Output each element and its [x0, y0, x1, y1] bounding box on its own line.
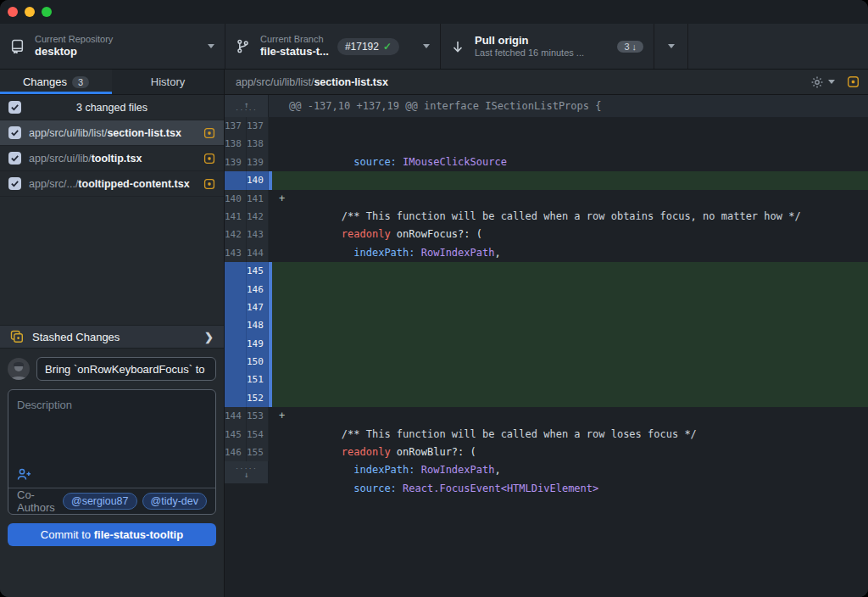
pull-origin-button[interactable]: Pull origin Last fetched 16 minutes ... …	[441, 24, 654, 69]
old-line-number	[225, 353, 247, 371]
arrow-down-icon	[451, 40, 465, 53]
close-window-button[interactable]	[8, 7, 18, 17]
new-line-number: 151	[247, 371, 269, 388]
zoom-window-button[interactable]	[42, 7, 52, 17]
changed-files-header[interactable]: 3 changed files	[0, 95, 224, 120]
code-line: + e: React.KeyboardEvent<any>	[272, 335, 868, 353]
diff-line[interactable]: 147 + readonly onRowKeyboardFocus?: (	[225, 298, 868, 316]
current-repository-button[interactable]: Current Repository desktop	[0, 24, 225, 69]
old-line-number	[225, 281, 247, 298]
code-line: readonly onRowFocus?: (	[272, 190, 868, 208]
old-line-number: 146	[225, 444, 247, 461]
diff-line[interactable]: 141 142 indexPath: RowIndexPath,	[225, 208, 868, 226]
diff-line[interactable]: 146 155 source: React.FocusEvent<HTMLDiv…	[225, 444, 868, 461]
commit-button[interactable]: Commit to file-status-tooltip	[8, 523, 216, 546]
old-line-number: 138	[225, 135, 247, 153]
new-line-number: 153	[247, 407, 269, 425]
branch-label: Current Branch	[260, 34, 329, 46]
commit-summary-input[interactable]	[36, 357, 216, 381]
file-row[interactable]: app/src/ui/lib/tooltip.tsx	[0, 146, 224, 171]
new-line-number: 145	[247, 262, 269, 280]
arrow-down-icon: ↓	[632, 42, 637, 52]
sidebar: Changes 3 History 3 changed files app/sr…	[0, 70, 225, 597]
file-path: app/src/ui/lib/list/section-list.tsx	[29, 127, 197, 139]
pull-subtitle: Last fetched 16 minutes ...	[475, 47, 584, 59]
file-row[interactable]: app/src/.../tooltipped-content.tsx	[0, 171, 224, 197]
tab-history[interactable]: History	[112, 70, 224, 94]
current-branch-button[interactable]: Current Branch file-status-t... #17192 ✓	[225, 24, 441, 69]
code-line: source: IMouseClickSource	[272, 117, 868, 135]
coauthors-label: Co-Authors	[17, 488, 56, 514]
expand-hunk-down-button[interactable]: ····· ↓	[225, 461, 269, 483]
old-line-number	[225, 316, 247, 334]
chevron-down-icon	[828, 80, 835, 84]
diff-line[interactable]: 151 +	[225, 371, 868, 388]
changed-files-list: 3 changed files app/src/ui/lib/list/sect…	[0, 95, 224, 325]
old-line-number	[225, 335, 247, 353]
minimize-window-button[interactable]	[25, 7, 35, 17]
toolbar-spacer	[688, 24, 868, 69]
expand-hunk-up-button[interactable]: ↑ ·····	[225, 95, 269, 117]
new-line-number: 140	[247, 171, 269, 189]
gear-icon	[810, 75, 824, 89]
diff-line[interactable]: 143 144 ) => void	[225, 244, 868, 262]
diff-line[interactable]: 139 139	[225, 153, 868, 171]
file-path: app/src/ui/lib/tooltip.tsx	[29, 153, 197, 165]
file-row[interactable]: app/src/ui/lib/list/section-list.tsx	[0, 120, 224, 146]
file-checkbox[interactable]	[8, 152, 21, 165]
old-line-number: 141	[225, 208, 247, 226]
new-line-number: 144	[247, 244, 269, 262]
file-checkbox[interactable]	[8, 126, 21, 139]
code-line: + indexPath: RowIndexPath,	[272, 316, 868, 334]
coauthor-pill[interactable]: @sergiou87	[63, 493, 137, 510]
new-line-number: 139	[247, 153, 269, 171]
changed-files-count: 3 changed files	[29, 102, 195, 114]
new-line-number: 146	[247, 281, 269, 298]
pull-count-badge: 3↓	[617, 41, 643, 53]
hunk-header-text: @@ -137,10 +137,19 @@ interface ISection…	[269, 100, 601, 112]
diff-line[interactable]: 140 141 readonly onRowFocus?: (	[225, 190, 868, 208]
diff-options-button[interactable]	[810, 75, 835, 89]
diff-line[interactable]: 142 143 source: React.FocusEvent<HTMLDiv…	[225, 226, 868, 243]
changes-count-badge: 3	[72, 76, 89, 88]
code-line: source: React.FocusEvent<HTMLDivElement>	[272, 444, 868, 461]
diff-line[interactable]: 145 +	[225, 262, 868, 280]
avatar	[8, 358, 30, 380]
new-line-number: 141	[247, 190, 269, 208]
new-line-number: 150	[247, 353, 269, 371]
diff-line[interactable]: 146 + /** This function will be called o…	[225, 281, 868, 298]
tab-changes[interactable]: Changes 3	[0, 70, 112, 94]
old-line-number	[225, 171, 247, 189]
pull-dropdown-button[interactable]	[654, 24, 688, 69]
new-line-number: 138	[247, 135, 269, 153]
code-line: indexPath: RowIndexPath,	[272, 426, 868, 444]
diff-line[interactable]: 144 153 readonly onRowBlur?: (	[225, 407, 868, 425]
diff-line[interactable]: 152 + /** This function will be called w…	[225, 389, 868, 407]
description-placeholder: Description	[17, 399, 72, 411]
diff-line[interactable]: 150 + ) => void	[225, 353, 868, 371]
diff-line[interactable]: 138 138 ) => void	[225, 135, 868, 153]
add-coauthor-icon[interactable]	[17, 468, 31, 481]
diff-line[interactable]: 140 + /** This function will be called w…	[225, 171, 868, 189]
diff-line[interactable]: 145 154 indexPath: RowIndexPath,	[225, 426, 868, 444]
diff-line[interactable]: 137 137 source: IMouseClickSource	[225, 117, 868, 135]
diff-line[interactable]: 149 + e: React.KeyboardEvent<any>	[225, 335, 868, 353]
diff-line[interactable]: 148 + indexPath: RowIndexPath,	[225, 316, 868, 334]
code-line: + ) => void	[272, 353, 868, 371]
old-line-number: 139	[225, 153, 247, 171]
file-checkbox[interactable]	[8, 177, 21, 190]
code-line: ) => void	[272, 244, 868, 262]
new-line-number: 148	[247, 316, 269, 334]
repository-label: Current Repository	[35, 34, 113, 46]
new-line-number: 137	[247, 117, 269, 135]
commit-form: Description Co-Authors @sergiou87@tidy-d…	[0, 349, 224, 597]
diff-panel: app/src/ui/lib/list/section-list.tsx	[225, 70, 868, 597]
stashed-changes-bar[interactable]: Stashed Changes ❯	[0, 325, 224, 349]
code-line: +	[272, 371, 868, 388]
coauthor-pill[interactable]: @tidy-dev	[142, 493, 207, 510]
pr-status-badge[interactable]: #17192 ✓	[337, 38, 399, 55]
arrow-down-icon: ↓	[243, 471, 248, 478]
commit-description-input[interactable]: Description	[8, 390, 215, 488]
old-line-number	[225, 298, 247, 316]
select-all-checkbox[interactable]	[8, 101, 21, 114]
